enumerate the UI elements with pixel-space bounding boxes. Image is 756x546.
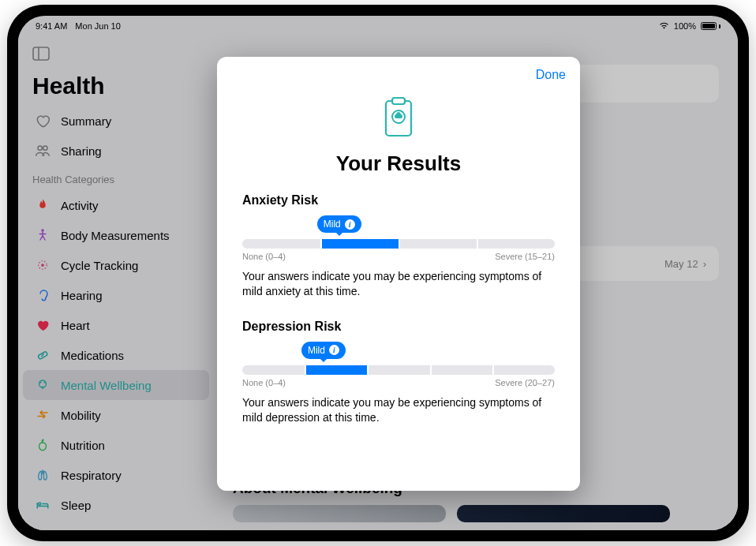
screen: 9:41 AM Mon Jun 10 100% •••: [18, 16, 738, 530]
scale-high-label: Severe (15–21): [495, 252, 555, 261]
risk-section-anxiety-risk: Anxiety RiskMildiNone (0–4)Severe (15–21…: [242, 193, 555, 299]
clipboard-brain-icon: [380, 95, 417, 151]
info-icon[interactable]: i: [329, 345, 339, 355]
results-modal: Done Your Results Anxiety RiskMildiNone …: [217, 57, 580, 491]
ipad-frame: 9:41 AM Mon Jun 10 100% •••: [7, 5, 749, 541]
risk-title: Anxiety Risk: [242, 193, 555, 208]
info-icon[interactable]: i: [345, 219, 355, 230]
scale-low-label: None (0–4): [242, 252, 286, 261]
risk-track: [242, 239, 555, 249]
risk-description: Your answers indicate you may be experie…: [242, 269, 555, 299]
risk-description: Your answers indicate you may be experie…: [242, 395, 555, 425]
scale-low-label: None (0–4): [242, 378, 286, 387]
risk-pill-label: Mild: [324, 219, 341, 230]
risk-title: Depression Risk: [242, 320, 555, 334]
done-button[interactable]: Done: [536, 68, 566, 82]
svg-rect-11: [392, 98, 405, 104]
risk-pill[interactable]: Mildi: [301, 342, 346, 359]
risk-pill-label: Mild: [308, 345, 325, 356]
scale-high-label: Severe (20–27): [495, 378, 555, 387]
modal-title: Your Results: [336, 151, 461, 176]
risk-track: [242, 365, 555, 375]
risk-pill[interactable]: Mildi: [317, 215, 361, 233]
risk-section-depression-risk: Depression RiskMildiNone (0–4)Severe (20…: [242, 320, 555, 425]
